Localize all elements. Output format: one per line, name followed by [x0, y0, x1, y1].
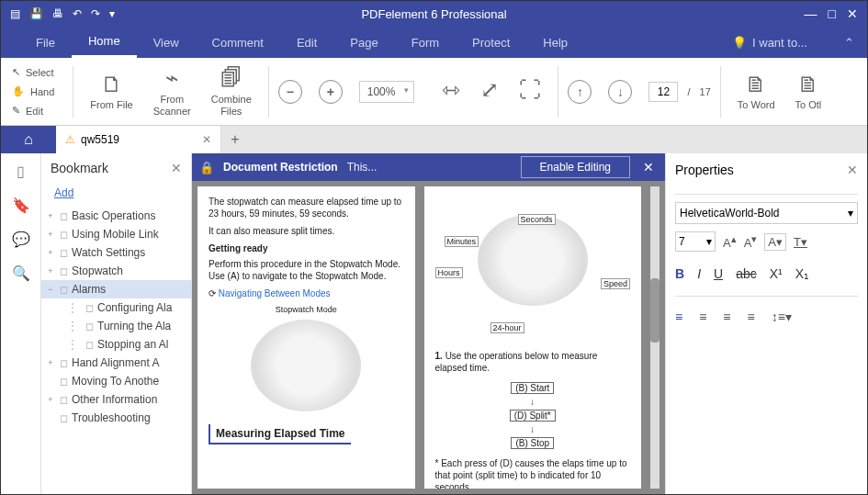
restriction-msg: This... — [347, 161, 378, 174]
page-right: Seconds Minutes Hours Speed 24-hour 1. U… — [424, 186, 642, 489]
page-total: 17 — [700, 86, 711, 97]
document-tab[interactable]: ⚠ qw5519 ✕ — [56, 126, 221, 153]
comments-icon[interactable]: 💬 — [12, 231, 30, 248]
bookmark-node[interactable]: ◻Moving To Anothe — [41, 372, 191, 390]
superscript-button[interactable]: X¹ — [770, 266, 783, 281]
main-area: ▯ 🔖 💬 🔍 Bookmark ✕ Add +◻Basic Operation… — [1, 153, 867, 494]
menu-edit[interactable]: Edit — [280, 27, 333, 58]
bookmark-node[interactable]: +◻Stopwatch — [41, 262, 191, 280]
zoom-select[interactable]: 100% — [359, 81, 415, 103]
menu-protect[interactable]: Protect — [456, 27, 526, 58]
undo-icon[interactable]: ↶ — [73, 7, 82, 20]
menu-file[interactable]: File — [19, 27, 72, 58]
side-rail: ▯ 🔖 💬 🔍 — [1, 153, 41, 494]
doc-link[interactable]: Navigating Between Modes — [219, 288, 331, 298]
collapse-ribbon-icon[interactable]: ⌃ — [844, 36, 867, 50]
bookmark-node[interactable]: −◻Alarms — [41, 280, 191, 298]
home-tab-button[interactable]: ⌂ — [1, 126, 56, 153]
close-button[interactable]: ✕ — [847, 6, 858, 21]
italic-button[interactable]: I — [697, 266, 701, 281]
to-word-button[interactable]: 🗎To Word — [730, 70, 783, 114]
doc-heading: Getting ready — [209, 242, 404, 254]
tab-close-button[interactable]: ✕ — [202, 133, 211, 146]
bookmark-node[interactable]: ◻Troubleshooting — [41, 409, 191, 427]
redo-icon[interactable]: ↷ — [91, 7, 100, 20]
subscript-button[interactable]: X₁ — [795, 266, 809, 281]
bookmark-node[interactable]: +◻Using Mobile Link — [41, 225, 191, 243]
save-icon[interactable]: 💾 — [29, 7, 43, 20]
decrease-font-button[interactable]: A▾ — [744, 233, 758, 250]
maximize-button[interactable]: □ — [829, 6, 836, 21]
scanner-icon: ⌁ — [165, 65, 178, 92]
i-want-to[interactable]: 💡 I want to... — [732, 36, 844, 50]
font-family-select[interactable]: HelveticaWorld-Bold▾ — [675, 202, 858, 224]
menu-home[interactable]: Home — [72, 27, 137, 58]
bookmark-close-button[interactable]: ✕ — [171, 161, 182, 175]
new-tab-button[interactable]: + — [221, 126, 249, 153]
font-size-select[interactable]: 7▾ — [675, 231, 716, 252]
bold-button[interactable]: B — [675, 266, 684, 281]
actual-size-button[interactable]: ⛶ — [512, 75, 548, 107]
bookmark-node[interactable]: ⋮◻Turning the Ala — [41, 317, 191, 335]
enable-editing-button[interactable]: Enable Editing — [521, 156, 630, 178]
bookmark-node[interactable]: +◻Basic Operations — [41, 207, 191, 225]
from-file-button[interactable]: 🗋From File — [83, 70, 140, 114]
align-right-button[interactable]: ≡ — [723, 309, 730, 324]
fit-page-button[interactable]: ⤢ — [473, 75, 506, 107]
line-spacing-button[interactable]: ↕≡▾ — [772, 309, 792, 324]
menu-comment[interactable]: Comment — [196, 27, 280, 58]
hand-tool[interactable]: ✋Hand — [8, 84, 58, 99]
doc-text: The stopwatch can measure elapsed time u… — [209, 196, 404, 219]
bookmark-node[interactable]: +◻Other Information — [41, 390, 191, 409]
zoom-in-button[interactable]: + — [319, 80, 343, 104]
arrow-down-icon: ↓ — [530, 424, 535, 434]
minimize-button[interactable]: — — [805, 6, 817, 21]
restriction-close-button[interactable]: ✕ — [639, 160, 658, 174]
thumbnails-icon[interactable]: ▯ — [17, 163, 25, 180]
search-icon[interactable]: 🔍 — [12, 264, 30, 282]
page-number-input[interactable] — [648, 82, 678, 102]
menu-help[interactable]: Help — [526, 27, 584, 58]
watch-diagram — [478, 214, 588, 306]
align-justify-button[interactable]: ≡ — [748, 309, 755, 324]
from-scanner-button[interactable]: ⌁From Scanner — [146, 63, 198, 119]
restriction-title: Document Restriction — [223, 161, 338, 174]
page-viewport[interactable]: The stopwatch can measure elapsed time u… — [192, 181, 665, 494]
bookmark-node[interactable]: +◻Hand Alignment A — [41, 354, 191, 372]
next-page-button[interactable]: ↓ — [608, 80, 632, 104]
edit-tool[interactable]: ✎Edit — [8, 103, 58, 118]
bookmark-node[interactable]: +◻Watch Settings — [41, 243, 191, 262]
vertical-scrollbar[interactable] — [650, 186, 659, 489]
font-color-button[interactable]: T▾ — [794, 235, 807, 249]
scrollbar-thumb[interactable] — [650, 278, 659, 343]
underline-button[interactable]: U — [714, 266, 723, 281]
to-other-label: To Otl — [795, 99, 822, 111]
menu-form[interactable]: Form — [395, 27, 456, 58]
print-icon[interactable]: 🖶 — [52, 7, 63, 20]
zoom-out-button[interactable]: − — [278, 80, 302, 104]
doc-caption: Stopwatch Mode — [209, 305, 404, 316]
bookmark-node[interactable]: ⋮◻Configuring Ala — [41, 298, 191, 317]
fit-width-button[interactable]: ⇿ — [434, 75, 468, 107]
bookmark-node[interactable]: ⋮◻Stopping an Al — [41, 335, 191, 354]
i-want-label: I want to... — [752, 36, 807, 50]
expand-icon: ⛶ — [519, 77, 541, 104]
strikethrough-button[interactable]: abc — [736, 266, 757, 281]
combine-files-button[interactable]: 🗐Combine Files — [204, 63, 259, 119]
page-sep: / — [683, 86, 693, 97]
add-bookmark-link[interactable]: Add — [41, 183, 191, 207]
qat-dropdown-icon[interactable]: ▾ — [109, 7, 115, 20]
bookmark-icon[interactable]: 🔖 — [12, 197, 30, 214]
highlight-color-button[interactable]: A▾ — [764, 233, 786, 251]
properties-close-button[interactable]: ✕ — [847, 163, 858, 177]
qat-menu-icon[interactable]: ▤ — [10, 7, 20, 20]
align-center-button[interactable]: ≡ — [699, 309, 706, 324]
to-other-button[interactable]: 🗎To Otl — [788, 70, 829, 114]
increase-font-button[interactable]: A▴ — [723, 233, 737, 250]
btn-label: (B) Start — [511, 382, 554, 394]
menu-view[interactable]: View — [137, 27, 196, 58]
prev-page-button[interactable]: ↑ — [568, 80, 592, 104]
align-left-button[interactable]: ≡ — [675, 309, 682, 324]
menu-page[interactable]: Page — [333, 27, 394, 58]
select-tool[interactable]: ↖Select — [8, 64, 58, 80]
